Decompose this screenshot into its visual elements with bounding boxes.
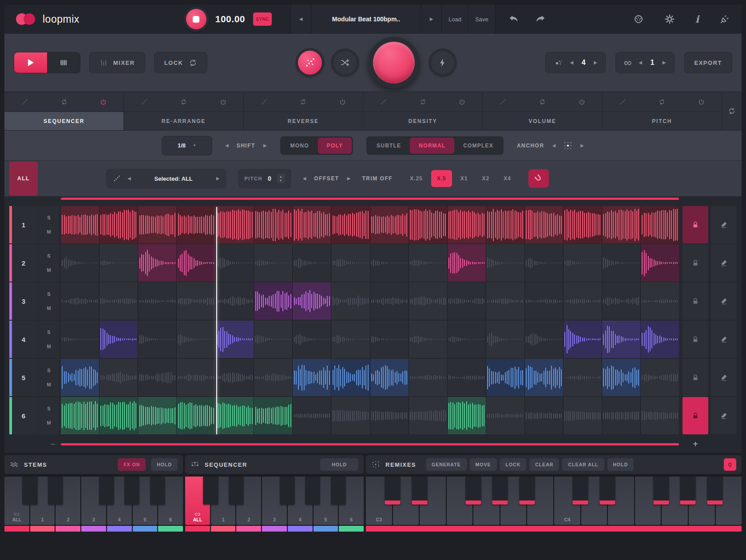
tab-label[interactable]: DENSITY bbox=[363, 112, 482, 130]
redo-icon[interactable] bbox=[535, 13, 546, 25]
chevron-right-icon[interactable]: ▶ bbox=[594, 60, 597, 65]
step-cell-5[interactable] bbox=[215, 397, 254, 434]
tab-label[interactable]: RE-ARRANGE bbox=[124, 112, 243, 130]
step-cell-15[interactable] bbox=[602, 321, 641, 358]
step-cell-2[interactable] bbox=[99, 206, 138, 243]
step-cell-13[interactable] bbox=[525, 206, 563, 243]
normal-option[interactable]: NORMAL bbox=[410, 138, 454, 154]
chevron-right-icon[interactable]: ▶ bbox=[263, 143, 267, 148]
step-cell-2[interactable] bbox=[99, 282, 138, 320]
step-cell-2[interactable] bbox=[99, 244, 138, 282]
step-cell-4[interactable] bbox=[177, 282, 215, 320]
tab-label[interactable]: REVERSE bbox=[244, 112, 363, 130]
record-button[interactable] bbox=[368, 37, 420, 88]
tab-sequencer[interactable]: SEQUENCER bbox=[4, 92, 124, 130]
piano-black-key[interactable] bbox=[280, 477, 294, 504]
step-cell-12[interactable] bbox=[486, 282, 525, 320]
step-cell-5[interactable] bbox=[215, 282, 254, 320]
step-cell-16[interactable] bbox=[641, 282, 679, 320]
step-cell-4[interactable] bbox=[177, 206, 215, 243]
track-lock-button[interactable] bbox=[683, 244, 708, 282]
magnet-button[interactable] bbox=[528, 169, 549, 188]
info-icon[interactable]: i bbox=[695, 13, 699, 25]
track-erase-button[interactable] bbox=[711, 321, 737, 358]
chevron-left-icon[interactable]: ◀ bbox=[225, 143, 229, 148]
piano-black-key[interactable] bbox=[492, 477, 508, 504]
step-cell-9[interactable] bbox=[370, 359, 409, 396]
step-cell-6[interactable] bbox=[254, 397, 293, 434]
step-cell-15[interactable] bbox=[602, 206, 641, 243]
zoom-out-button[interactable]: − bbox=[39, 435, 59, 453]
step-cell-8[interactable] bbox=[331, 244, 370, 282]
tab-cycle-icon[interactable] bbox=[61, 99, 67, 105]
mute-button[interactable]: M bbox=[43, 306, 55, 311]
step-cell-14[interactable] bbox=[563, 321, 602, 358]
step-cell-3[interactable] bbox=[138, 206, 177, 243]
midi-icon[interactable] bbox=[633, 14, 644, 24]
step-cell-6[interactable] bbox=[254, 206, 293, 243]
tabs-cycle-button[interactable] bbox=[722, 92, 742, 130]
step-cell-11[interactable] bbox=[448, 359, 486, 396]
speed-x1-button[interactable]: X1 bbox=[455, 170, 474, 187]
track-erase-button[interactable] bbox=[711, 282, 737, 320]
pitch-stepper[interactable]: ▲▼ bbox=[277, 174, 285, 183]
mono-option[interactable]: MONO bbox=[282, 138, 318, 154]
track-erase-button[interactable] bbox=[711, 244, 737, 282]
speed-x025-button[interactable]: X.25 bbox=[404, 170, 429, 187]
preset-next-button[interactable]: ▶ bbox=[421, 4, 442, 34]
load-button[interactable]: Load bbox=[442, 4, 468, 34]
step-cell-6[interactable] bbox=[254, 282, 293, 320]
step-cell-7[interactable] bbox=[293, 244, 331, 282]
step-cell-5[interactable] bbox=[215, 244, 254, 282]
undo-icon[interactable] bbox=[508, 13, 520, 25]
stepper-down-icon[interactable]: ▼ bbox=[279, 179, 282, 182]
step-cell-14[interactable] bbox=[563, 206, 602, 243]
piano-black-key[interactable] bbox=[573, 477, 588, 504]
tab-density[interactable]: DENSITY bbox=[363, 92, 483, 130]
step-cell-2[interactable] bbox=[99, 321, 138, 358]
tab-dots-icon[interactable] bbox=[141, 99, 147, 105]
step-cell-12[interactable] bbox=[486, 244, 525, 282]
piano-black-key[interactable] bbox=[519, 477, 535, 504]
step-cell-10[interactable] bbox=[409, 282, 448, 320]
piano-black-key[interactable] bbox=[229, 477, 243, 504]
step-cell-6[interactable] bbox=[254, 244, 293, 282]
step-cell-13[interactable] bbox=[525, 244, 563, 282]
piano-black-key[interactable] bbox=[23, 477, 37, 504]
step-cell-12[interactable] bbox=[486, 321, 525, 358]
stepper-up-icon[interactable]: ▲ bbox=[279, 175, 282, 178]
step-cell-15[interactable] bbox=[602, 397, 641, 434]
save-button[interactable]: Save bbox=[468, 4, 495, 34]
rate-dropdown[interactable]: 1/8 ▼ bbox=[162, 136, 212, 155]
solo-button[interactable]: S bbox=[43, 253, 55, 258]
tab-dots-icon[interactable] bbox=[261, 99, 267, 105]
tab-reverse[interactable]: REVERSE bbox=[244, 92, 363, 130]
piano-black-key[interactable] bbox=[465, 477, 481, 504]
step-cell-16[interactable] bbox=[641, 359, 679, 396]
step-cell-14[interactable] bbox=[563, 359, 602, 396]
step-cell-10[interactable] bbox=[409, 206, 448, 243]
solo-button[interactable]: S bbox=[43, 215, 55, 220]
chevron-left-icon[interactable]: ◀ bbox=[552, 143, 556, 148]
step-cell-8[interactable] bbox=[331, 206, 370, 243]
step-cell-13[interactable] bbox=[525, 359, 563, 396]
step-cell-1[interactable] bbox=[61, 397, 99, 434]
step-cell-9[interactable] bbox=[370, 397, 409, 434]
step-cell-6[interactable] bbox=[254, 359, 293, 396]
step-cell-1[interactable] bbox=[61, 359, 99, 396]
tab-dots-icon[interactable] bbox=[500, 99, 506, 105]
step-cell-16[interactable] bbox=[641, 397, 679, 434]
step-cell-8[interactable] bbox=[331, 359, 370, 396]
step-cell-13[interactable] bbox=[525, 397, 563, 434]
step-cell-4[interactable] bbox=[177, 244, 215, 282]
remix-clear-button[interactable]: CLEAR bbox=[529, 458, 559, 471]
track-erase-button[interactable] bbox=[711, 206, 737, 243]
chevron-right-icon[interactable]: ▶ bbox=[663, 60, 666, 65]
step-cell-9[interactable] bbox=[370, 244, 409, 282]
step-cell-4[interactable] bbox=[177, 321, 215, 358]
tab-re-arrange[interactable]: RE-ARRANGE bbox=[124, 92, 243, 130]
solo-button[interactable]: S bbox=[43, 368, 55, 373]
step-cell-3[interactable] bbox=[138, 321, 177, 358]
step-cell-9[interactable] bbox=[370, 321, 409, 358]
chevron-left-icon[interactable]: ◀ bbox=[570, 60, 574, 65]
